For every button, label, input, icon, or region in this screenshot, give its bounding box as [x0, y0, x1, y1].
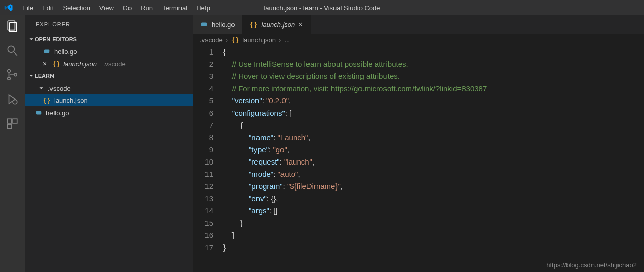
file-label: launch.json: [54, 97, 88, 104]
folder-label: .vscode: [48, 85, 71, 92]
svg-point-2: [8, 46, 14, 52]
activity-bar: [0, 15, 25, 272]
project-title: LEARN: [35, 73, 54, 79]
chevron-down-icon: [28, 72, 35, 79]
tab-bar: hello.go { } launch.json ×: [193, 15, 644, 34]
json-file-icon: { }: [231, 36, 239, 44]
breadcrumb-folder[interactable]: .vscode: [200, 36, 223, 44]
menu-view[interactable]: View: [95, 2, 118, 14]
file-launch-json[interactable]: { } launch.json: [25, 94, 193, 106]
open-editor-label: hello.go: [54, 48, 78, 56]
explorer-icon[interactable]: [6, 19, 20, 34]
open-editor-hello[interactable]: hello.go: [25, 45, 193, 58]
breadcrumb-file[interactable]: launch.json: [242, 36, 276, 44]
open-editor-label: launch.json: [63, 60, 97, 68]
menu-go[interactable]: Go: [119, 2, 136, 14]
menu-run[interactable]: Run: [137, 2, 157, 14]
watermark: https://blog.csdn.net/shijichao2: [546, 261, 637, 269]
svg-point-6: [14, 73, 17, 76]
go-file-icon: [35, 108, 43, 117]
code-editor[interactable]: 1234567891011121314151617 { // Use Intel…: [193, 46, 644, 272]
code-content[interactable]: { // Use IntelliSense to learn about pos…: [223, 46, 644, 272]
svg-rect-14: [201, 23, 207, 26]
chevron-right-icon: ›: [226, 36, 228, 44]
menu-edit[interactable]: Edit: [38, 2, 58, 14]
open-editor-launch[interactable]: × { } launch.json .vscode: [25, 58, 193, 70]
svg-rect-12: [44, 50, 50, 53]
svg-rect-9: [7, 119, 12, 123]
svg-rect-10: [13, 119, 17, 123]
close-icon[interactable]: ×: [298, 20, 302, 29]
menu-selection[interactable]: Selection: [59, 2, 94, 14]
run-debug-icon[interactable]: [6, 93, 20, 107]
close-icon[interactable]: ×: [43, 60, 47, 68]
window-title: launch.json - learn - Visual Studio Code: [264, 4, 380, 12]
breadcrumbs[interactable]: .vscode › { } launch.json › ...: [193, 34, 644, 46]
project-header[interactable]: LEARN: [25, 70, 193, 82]
breadcrumb-more[interactable]: ...: [284, 36, 290, 44]
svg-marker-7: [9, 95, 16, 103]
svg-line-3: [14, 52, 17, 56]
sidebar-title: EXPLORER: [25, 15, 193, 33]
extensions-icon[interactable]: [6, 117, 20, 131]
tab-label: hello.go: [212, 21, 235, 29]
open-editor-suffix: .vscode: [103, 60, 126, 68]
open-editors-label: OPEN EDITORS: [35, 36, 77, 42]
svg-rect-11: [7, 124, 12, 129]
tab-hello[interactable]: hello.go: [193, 15, 243, 34]
menu-help[interactable]: Help: [192, 2, 214, 14]
menu-terminal[interactable]: Terminal: [158, 2, 191, 14]
vscode-logo-icon: [4, 3, 13, 12]
menu-file[interactable]: File: [18, 2, 37, 14]
menubar: File Edit Selection View Go Run Terminal…: [18, 2, 214, 14]
chevron-right-icon: ›: [279, 36, 281, 44]
chevron-down-icon: [28, 36, 35, 43]
svg-point-5: [8, 77, 10, 80]
titlebar: File Edit Selection View Go Run Terminal…: [0, 0, 644, 15]
file-hello-go[interactable]: hello.go: [25, 106, 193, 119]
svg-point-8: [13, 100, 17, 104]
tab-label: launch.json: [262, 21, 295, 29]
chevron-down-icon: [38, 85, 45, 92]
open-editors-header[interactable]: OPEN EDITORS: [25, 33, 193, 45]
editor: hello.go { } launch.json × .vscode › { }…: [193, 15, 644, 272]
go-file-icon: [43, 47, 51, 56]
search-icon[interactable]: [6, 44, 20, 58]
go-file-icon: [200, 20, 208, 29]
sidebar: EXPLORER OPEN EDITORS hello.go × { } lau…: [25, 15, 193, 272]
folder-vscode[interactable]: .vscode: [25, 82, 193, 94]
tab-launch[interactable]: { } launch.json ×: [243, 15, 311, 34]
file-label: hello.go: [46, 109, 69, 117]
svg-rect-13: [36, 111, 42, 115]
json-file-icon: { }: [43, 96, 51, 104]
json-file-icon: { }: [52, 60, 60, 68]
svg-point-4: [8, 70, 10, 72]
source-control-icon[interactable]: [6, 68, 20, 83]
line-gutter: 1234567891011121314151617: [193, 46, 223, 272]
json-file-icon: { }: [250, 20, 258, 29]
